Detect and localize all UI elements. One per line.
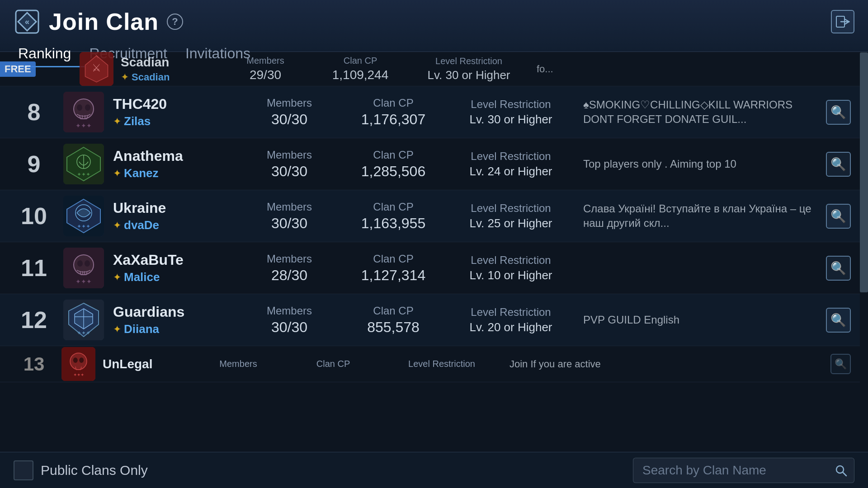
members-col: Members 28/30 (240, 253, 339, 284)
restriction-label: Level Restriction (471, 98, 551, 111)
leader-star-icon: ✦ (121, 71, 129, 83)
members-value: 30/30 (271, 111, 307, 128)
clan-cp-label: Clan CP (373, 305, 413, 317)
rank-number: 12 (14, 306, 54, 333)
restriction-label: Level Restriction (435, 56, 502, 66)
clan-row: 8 ✦✦✦ THC420 ✦ Zilas (0, 86, 860, 138)
clan-name: Ukraine (113, 200, 240, 216)
diamond-icon: « (14, 8, 41, 35)
members-label: Members (267, 201, 312, 213)
restriction-label: Level Restriction (408, 359, 475, 369)
clan-leader: ✦ Zilas (113, 114, 240, 128)
clan-search-button[interactable]: 🔍 (826, 256, 851, 281)
cp-col: Clan CP (283, 359, 383, 369)
header: « Join Clan ? Ranking Recruitment Invita… (0, 0, 868, 52)
restriction-label: Level Restriction (471, 254, 551, 267)
clan-cp-value: 1,285,506 (361, 163, 425, 180)
clan-cp-value: 1,109,244 (332, 68, 389, 82)
clan-search-button[interactable]: 🔍 (826, 204, 851, 229)
svg-point-10 (77, 104, 82, 111)
clan-avatar: ✦✦✦ (63, 300, 104, 340)
leader-name: Kanez (124, 166, 159, 180)
svg-point-11 (85, 104, 90, 111)
svg-point-26 (77, 260, 83, 267)
members-label: Members (267, 149, 312, 161)
clan-leader: ✦ Scadian (121, 71, 220, 83)
members-label: Members (219, 359, 257, 369)
restriction-col: Level Restriction Lv. 25 or Higher (448, 202, 574, 230)
members-value: 29/30 (250, 68, 281, 82)
clan-info: Guardians ✦ Diiana (113, 304, 240, 336)
cp-col: Clan CP 855,578 (339, 305, 448, 336)
svg-text:✦✦✦: ✦✦✦ (77, 171, 90, 178)
clan-cp-label: Clan CP (373, 97, 413, 109)
svg-text:✦✦✦: ✦✦✦ (73, 372, 84, 377)
members-value: 28/30 (271, 267, 307, 284)
leader-star-icon: ✦ (113, 168, 121, 179)
public-clans-checkbox[interactable] (14, 460, 33, 480)
restriction-value: Lv. 20 or Higher (469, 320, 552, 334)
search-submit-button[interactable] (827, 458, 854, 483)
members-value: 30/30 (271, 319, 307, 336)
clan-description: PVP GUILD English (574, 313, 826, 327)
clan-info: THC420 ✦ Zilas (113, 96, 240, 128)
clan-description: ♠SMOKING♡CHILLING◇KILL WARRIORS DONT FOR… (574, 98, 826, 127)
clan-info: Anathema ✦ Kanez (113, 148, 240, 180)
clan-leader: ✦ Diiana (113, 322, 240, 336)
svg-text:✦✦✦: ✦✦✦ (77, 223, 90, 230)
svg-point-27 (85, 260, 90, 267)
clan-cp-label: Clan CP (373, 201, 413, 213)
clan-leader: ✦ dvaDe (113, 218, 240, 232)
members-col: Members 30/30 (240, 305, 339, 336)
clan-name: THC420 (113, 96, 240, 113)
leader-star-icon: ✦ (113, 272, 121, 283)
clan-avatar: ✦✦✦ (63, 248, 104, 288)
clan-row: 12 ✦✦✦ Guardians ✦ Diiana Me (0, 294, 860, 346)
public-clans-filter[interactable]: Public Clans Only (14, 460, 148, 480)
restriction-col: Level Restriction (383, 359, 500, 369)
svg-text:«: « (25, 17, 29, 26)
clan-search-button[interactable]: 🔍 (826, 152, 851, 177)
search-area (633, 458, 854, 483)
restriction-col: Level Restriction Lv. 24 or Higher (448, 150, 574, 178)
leader-name: dvaDe (124, 218, 159, 232)
rank-number: 11 (14, 254, 54, 282)
clan-leader: ✦ Malice (113, 270, 240, 284)
clan-search-button[interactable]: 🔍 (826, 100, 851, 125)
rank-number: 13 (14, 353, 54, 375)
clan-name: UnLegal (103, 357, 193, 371)
restriction-value: Lv. 30 or Higher (469, 113, 552, 127)
cp-col: Clan CP 1,285,506 (339, 149, 448, 180)
page-title: Join Clan (49, 8, 159, 35)
help-button[interactable]: ? (167, 14, 183, 30)
scrollbar[interactable] (860, 52, 868, 452)
clan-info: XaXaBuTe ✦ Malice (113, 252, 240, 284)
clan-description: fo... (528, 62, 851, 76)
restriction-label: Level Restriction (471, 306, 551, 319)
exit-button[interactable] (831, 10, 854, 33)
leader-name: Scadian (132, 71, 170, 83)
clan-cp-label: Clan CP (316, 359, 350, 369)
search-input[interactable] (633, 458, 827, 483)
cp-col: Clan CP 1,163,955 (339, 201, 448, 232)
clan-avatar: ✦✦✦ (61, 347, 95, 381)
clan-search-button[interactable]: 🔍 (826, 308, 851, 333)
header-left: « Join Clan ? (14, 8, 183, 35)
restriction-col: Level Restriction Lv. 20 or Higher (448, 306, 574, 334)
leader-star-icon: ✦ (113, 324, 121, 335)
clan-avatar: ⚔ (80, 52, 113, 86)
restriction-col: Level Restriction Lv. 10 or Higher (448, 254, 574, 282)
members-value: 30/30 (271, 215, 307, 232)
clan-info: UnLegal (103, 357, 193, 371)
members-value: 30/30 (271, 163, 307, 180)
restriction-col: Level Restriction Lv. 30 or Higher (448, 98, 574, 127)
restriction-value: Lv. 10 or Higher (469, 268, 552, 282)
svg-line-42 (843, 472, 846, 476)
scrollbar-thumb[interactable] (860, 52, 868, 292)
members-label: Members (267, 253, 312, 265)
clan-search-button[interactable]: 🔍 (830, 354, 851, 374)
clan-description: Слава Україні! Вступайте в клан Україна … (574, 202, 826, 231)
clan-cp-value: 1,163,955 (361, 215, 425, 232)
svg-point-37 (70, 353, 87, 370)
leader-star-icon: ✦ (113, 220, 121, 231)
